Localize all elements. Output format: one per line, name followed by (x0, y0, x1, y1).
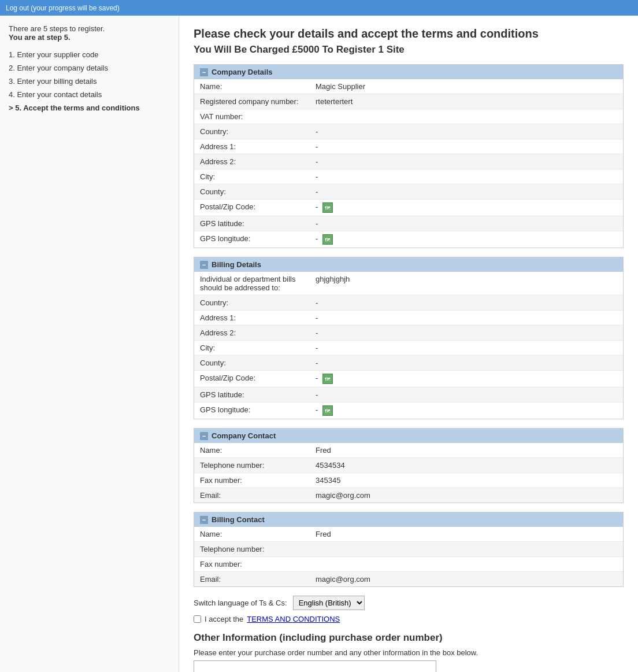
step-4: 4. Enter your contact details (9, 90, 170, 99)
progress-info: There are 5 steps to register. You are a… (9, 24, 170, 42)
progress-text: There are 5 steps to register. (9, 24, 105, 33)
table-row: Telephone number: 4534534 (194, 458, 623, 473)
billing-details-title: Billing Details (212, 260, 261, 269)
field-value: - 🗺 (310, 200, 623, 216)
field-value: - 🗺 (310, 371, 623, 387)
field-value: ghjghjghjh (310, 272, 623, 296)
field-label: Address 1: (194, 311, 310, 326)
table-row: Fax number: 345345 (194, 473, 623, 488)
table-row: Country: - (194, 124, 623, 139)
field-value (310, 109, 623, 124)
table-row: Telephone number: (194, 542, 623, 557)
field-label: Registered company number: (194, 94, 310, 109)
table-row: Address 1: - (194, 311, 623, 326)
table-row: Address 2: - (194, 326, 623, 341)
other-info-title: Other Information (including purchase or… (194, 632, 624, 644)
terms-checkbox[interactable] (194, 615, 201, 623)
field-label: Individual or department bills should be… (194, 272, 310, 296)
collapse-contact-icon[interactable]: − (200, 432, 208, 440)
billing-details-table: Individual or department bills should be… (194, 272, 623, 419)
company-details-section: − Company Details Name: Magic Supplier R… (194, 64, 624, 248)
field-label: GPS longitude: (194, 231, 310, 248)
terms-link[interactable]: TERMS AND CONDITIONS (247, 615, 340, 623)
step-list: 1. Enter your supplier code 2. Enter you… (9, 50, 170, 112)
map-icon-3[interactable]: 🗺 (322, 374, 333, 384)
field-value: - (310, 356, 623, 371)
field-label: City: (194, 341, 310, 356)
field-value: - (310, 296, 623, 311)
company-details-title: Company Details (212, 68, 272, 76)
field-label: Postal/Zip Code: (194, 371, 310, 387)
field-value: - 🗺 (310, 231, 623, 248)
accept-text: I accept the (205, 615, 243, 623)
table-row: Address 1: - (194, 139, 623, 154)
company-contact-table: Name: Fred Telephone number: 4534534 Fax… (194, 443, 623, 503)
switch-language-label: Switch language of Ts & Cs: (194, 599, 287, 607)
field-value: Magic Supplier (310, 79, 623, 94)
current-step-text: You are at step 5. (9, 33, 71, 42)
step-1: 1. Enter your supplier code (9, 50, 170, 59)
accept-terms-row: I accept the TERMS AND CONDITIONS (194, 615, 624, 623)
table-row: Registered company number: rtetertertert (194, 94, 623, 109)
collapse-company-icon[interactable]: − (200, 68, 208, 76)
table-row: Postal/Zip Code: - 🗺 (194, 200, 623, 216)
billing-details-section: − Billing Details Individual or departme… (194, 257, 624, 419)
field-value: - (310, 326, 623, 341)
charge-title: You Will Be Charged £5000 To Register 1 … (194, 44, 624, 56)
field-label: Email: (194, 488, 310, 503)
language-select[interactable]: English (British) French German (293, 596, 365, 610)
field-label: Fax number: (194, 557, 310, 572)
table-row: City: - (194, 169, 623, 184)
other-info-section: Other Information (including purchase or… (194, 632, 624, 672)
table-row: GPS longitude: - 🗺 (194, 231, 623, 248)
page-title: Please check your details and accept the… (194, 27, 624, 40)
table-row: Email: magic@org.com (194, 488, 623, 503)
sidebar: There are 5 steps to register. You are a… (0, 16, 179, 672)
field-label: Telephone number: (194, 542, 310, 557)
terms-section: Switch language of Ts & Cs: English (Bri… (194, 596, 624, 623)
field-value: magic@org.com (310, 488, 623, 503)
table-row: Country: - (194, 296, 623, 311)
billing-details-header: − Billing Details (194, 257, 623, 272)
collapse-billing-contact-icon[interactable]: − (200, 516, 208, 524)
company-contact-title: Company Contact (212, 431, 276, 440)
field-label: Country: (194, 124, 310, 139)
field-value: magic@org.com (310, 572, 623, 587)
table-row: City: - (194, 341, 623, 356)
table-row: GPS latitude: - (194, 216, 623, 231)
field-value: - (310, 169, 623, 184)
field-label: GPS latitude: (194, 387, 310, 403)
other-info-description: Please enter your purchase order number … (194, 648, 624, 657)
map-icon-2[interactable]: 🗺 (322, 234, 333, 245)
field-value: - (310, 216, 623, 231)
purchase-order-textarea[interactable] (194, 660, 436, 672)
table-row: Fax number: (194, 557, 623, 572)
map-icon-4[interactable]: 🗺 (322, 405, 333, 416)
field-label: County: (194, 184, 310, 200)
company-contact-header: − Company Contact (194, 429, 623, 443)
field-label: County: (194, 356, 310, 371)
field-label: Email: (194, 572, 310, 587)
logout-link[interactable]: Log out (your progress will be saved) (6, 4, 120, 12)
table-row: GPS latitude: - (194, 387, 623, 403)
map-icon[interactable]: 🗺 (322, 202, 333, 213)
billing-contact-header: − Billing Contact (194, 512, 623, 527)
field-label: Name: (194, 527, 310, 542)
step-2: 2. Enter your company details (9, 64, 170, 72)
company-details-header: − Company Details (194, 65, 623, 79)
field-label: Address 2: (194, 326, 310, 341)
table-row: County: - (194, 356, 623, 371)
language-switch-row: Switch language of Ts & Cs: English (Bri… (194, 596, 624, 610)
field-value: - (310, 387, 623, 403)
company-details-table: Name: Magic Supplier Registered company … (194, 79, 623, 248)
table-row: Name: Fred (194, 443, 623, 458)
field-value: 345345 (310, 473, 623, 488)
field-label: GPS latitude: (194, 216, 310, 231)
collapse-billing-icon[interactable]: − (200, 261, 208, 269)
step-3: 3. Enter your billing details (9, 77, 170, 86)
field-value: - (310, 341, 623, 356)
step-5: 5. Accept the terms and conditions (9, 104, 170, 112)
table-row: GPS longitude: - 🗺 (194, 403, 623, 419)
field-value: - (310, 311, 623, 326)
table-row: Name: Magic Supplier (194, 79, 623, 94)
